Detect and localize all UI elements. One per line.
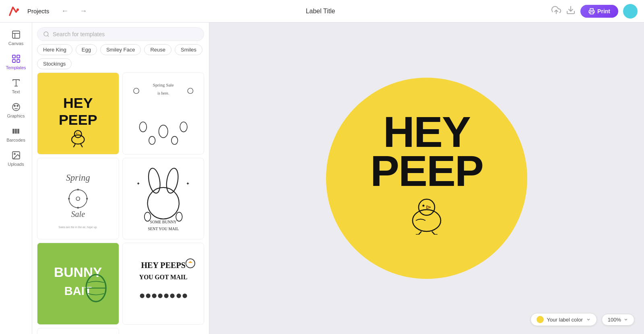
svg-line-81 [419, 231, 421, 235]
download-button[interactable] [566, 5, 576, 17]
svg-text:✦: ✦ [136, 181, 140, 186]
svg-text:Sales are the in the air, hope: Sales are the in the air, hope up. [58, 225, 97, 229]
zoom-level: 100% [608, 317, 621, 323]
main-layout: Canvas Templates Text [0, 23, 644, 334]
search-bar [37, 27, 204, 41]
main-text: HEYPEEP [370, 112, 483, 190]
svg-point-54 [77, 206, 79, 208]
svg-point-59 [147, 187, 179, 219]
svg-rect-4 [590, 12, 593, 14]
upload-cloud-button[interactable] [551, 5, 561, 17]
tag-smiley-face[interactable]: Smiley Face [100, 44, 141, 55]
template-card-easter[interactable]: EASTER [37, 328, 119, 334]
templates-grid-wrapper: HEY PEEP Spring Sale is [32, 72, 209, 334]
topbar: Projects ← → Label Title Print [0, 0, 644, 23]
sidebar-item-text[interactable]: Text [2, 74, 31, 97]
bottom-bar: Your label color 100% [530, 313, 634, 326]
svg-point-16 [17, 105, 18, 107]
label-color-label: Your label color [547, 317, 583, 323]
tag-stockings[interactable]: Stockings [37, 58, 72, 69]
label-color-selector[interactable]: Your label color [530, 313, 597, 326]
sidebar-label-uploads: Uploads [8, 162, 24, 167]
svg-rect-5 [12, 31, 20, 38]
svg-text:Spring: Spring [66, 172, 90, 182]
main-design[interactable]: HEYPEEP [326, 78, 527, 279]
svg-text:SENT YOU MAIL: SENT YOU MAIL [148, 227, 179, 231]
template-card-bunny-bait[interactable]: BUNNY BAIT [37, 243, 119, 325]
document-title: Label Title [96, 8, 545, 15]
svg-point-46 [149, 136, 155, 144]
sidebar-label-graphics: Graphics [7, 113, 25, 118]
sidebar-label-text: Text [12, 89, 20, 94]
svg-rect-8 [12, 55, 15, 58]
svg-point-63 [176, 212, 182, 221]
svg-point-14 [12, 103, 20, 111]
svg-rect-10 [12, 60, 15, 62]
template-card-hey-peep[interactable]: HEY PEEP [37, 72, 119, 155]
sidebar-item-barcodes[interactable]: Barcodes [2, 122, 31, 146]
svg-text:PEEP: PEEP [59, 112, 97, 128]
tag-egg[interactable]: Egg [76, 44, 97, 55]
svg-point-50 [76, 197, 80, 200]
svg-marker-79 [427, 206, 431, 209]
svg-point-15 [14, 105, 15, 107]
sidebar-item-graphics[interactable]: Graphics [2, 98, 31, 122]
svg-text:Sale: Sale [71, 209, 85, 218]
svg-point-36 [76, 133, 77, 134]
svg-point-1 [17, 8, 19, 11]
tags-row: Here King Egg Smiley Face Reuse Smiles S… [32, 44, 209, 72]
svg-point-45 [159, 125, 167, 138]
svg-text:BUNNY: BUNNY [54, 265, 102, 280]
svg-marker-74 [188, 261, 192, 263]
label-color-dot [537, 316, 544, 323]
sidebar-item-templates[interactable]: Templates [2, 50, 31, 73]
sidebar-item-canvas[interactable]: Canvas [2, 26, 31, 49]
search-input[interactable] [53, 31, 198, 37]
svg-rect-9 [17, 55, 20, 58]
app-logo[interactable] [6, 4, 21, 19]
tag-smiles[interactable]: Smiles [175, 44, 202, 55]
main-canvas-circle: HEYPEEP [326, 78, 527, 279]
svg-point-47 [171, 136, 178, 144]
svg-point-52 [86, 198, 88, 199]
projects-button[interactable]: Projects [27, 8, 49, 14]
user-avatar[interactable] [623, 4, 638, 19]
svg-point-49 [69, 190, 87, 208]
svg-point-43 [139, 122, 147, 132]
svg-point-53 [77, 189, 79, 190]
sidebar-item-uploads[interactable]: Uploads [2, 146, 31, 170]
zoom-selector[interactable]: 100% [602, 314, 634, 326]
svg-rect-0 [6, 4, 21, 19]
svg-point-28 [44, 32, 48, 36]
search-icon [43, 31, 50, 37]
svg-text:✦: ✦ [186, 181, 189, 186]
svg-line-84 [432, 231, 435, 235]
svg-text:is here.: is here. [157, 91, 169, 95]
chevron-down-icon [586, 317, 591, 322]
sidebar-label-templates: Templates [6, 65, 26, 70]
svg-point-27 [14, 153, 15, 155]
template-card-spring-sale[interactable]: Spring Sale is here. [122, 72, 204, 155]
print-button[interactable]: Print [580, 5, 618, 18]
svg-text:⬤ ⬤ ⬤ ⬤ ⬤ ⬤ ⬤ ⬤: ⬤ ⬤ ⬤ ⬤ ⬤ ⬤ ⬤ ⬤ [139, 293, 187, 298]
svg-point-44 [180, 122, 187, 132]
template-card-spring-label[interactable]: Spring Sale Sales are the in the air, ho… [37, 158, 119, 240]
top-right-actions: Print [551, 4, 638, 19]
redo-button[interactable]: → [77, 5, 89, 17]
svg-text:HEY: HEY [63, 95, 93, 111]
svg-point-51 [68, 198, 70, 199]
tag-reuse[interactable]: Reuse [144, 44, 171, 55]
template-card-some-bunny[interactable]: ✦ ✦ SOME BUNNY SENT YOU MAIL [122, 158, 204, 240]
templates-grid: HEY PEEP Spring Sale is [37, 72, 204, 334]
template-card-hey-peeps[interactable]: HEY PEEPS YOU GOT MAIL ⬤ ⬤ ⬤ ⬤ ⬤ ⬤ ⬤ ⬤ [122, 243, 204, 325]
chevron-down-icon-zoom [623, 317, 628, 322]
tag-here-king[interactable]: Here King [37, 44, 72, 55]
svg-point-73 [186, 259, 194, 268]
svg-point-42 [188, 88, 193, 93]
undo-button[interactable]: ← [59, 5, 71, 17]
sidebar-label-barcodes: Barcodes [6, 138, 25, 142]
svg-text:SOME BUNNY: SOME BUNNY [150, 220, 177, 224]
sidebar-label-canvas: Canvas [8, 41, 23, 46]
svg-text:YOU GOT MAIL: YOU GOT MAIL [139, 274, 187, 280]
sidebar: Canvas Templates Text [0, 23, 32, 334]
